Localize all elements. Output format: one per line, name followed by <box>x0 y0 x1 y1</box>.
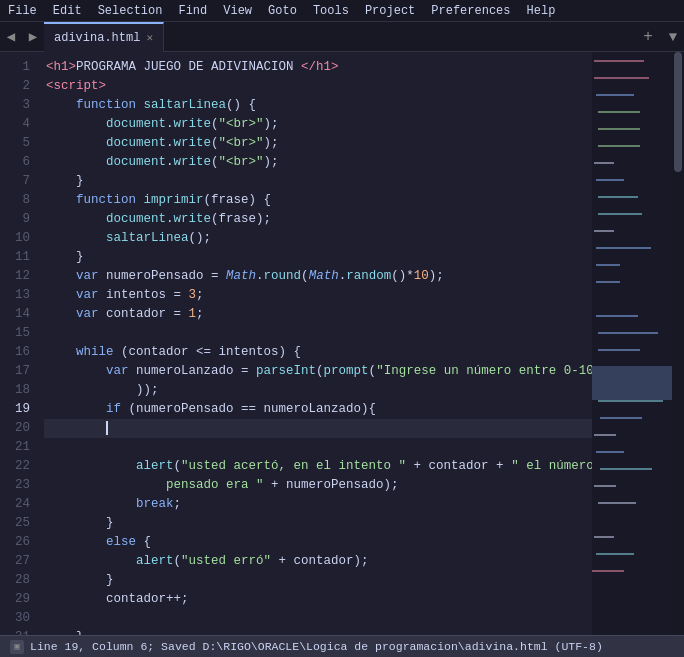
code-line-21: alert("usted acertó, en el intento " + c… <box>44 457 592 476</box>
code-line-29: } <box>44 628 592 635</box>
tab-close-button[interactable]: ✕ <box>146 31 153 44</box>
line-num-21: 21 <box>0 438 38 457</box>
code-line-5: document.write("<br>"); <box>44 134 592 153</box>
scrollbar-track[interactable] <box>672 52 684 635</box>
status-text: Line 19, Column 6; Saved D:\RIGO\ORACLE\… <box>30 640 603 653</box>
line-num-23: 23 <box>0 476 38 495</box>
line-num-5: 5 <box>0 134 38 153</box>
code-line-9: document.write(frase); <box>44 210 592 229</box>
code-line-7: } <box>44 172 592 191</box>
code-line-24: else { <box>44 533 592 552</box>
line-num-10: 10 <box>0 229 38 248</box>
line-num-1: 1 <box>0 58 38 77</box>
line-num-24: 24 <box>0 495 38 514</box>
line-numbers: 1 2 3 4 5 6 7 8 9 10 11 12 13 14 15 16 1… <box>0 52 38 635</box>
line-num-26: 26 <box>0 533 38 552</box>
line-num-19: 19 <box>0 400 38 419</box>
code-line-10: saltarLinea(); <box>44 229 592 248</box>
status-bar: ▣ Line 19, Column 6; Saved D:\RIGO\ORACL… <box>0 635 684 657</box>
code-line-20 <box>44 438 592 457</box>
code-line-17: var numeroLanzado = parseInt(prompt("Ing… <box>44 362 592 381</box>
menu-preferences[interactable]: Preferences <box>423 2 518 20</box>
code-line-18: if (numeroPensado == numeroLanzado){ <box>44 400 592 419</box>
line-num-6: 6 <box>0 153 38 172</box>
line-num-17: 17 <box>0 362 38 381</box>
code-line-16: while (contador <= intentos) { <box>44 343 592 362</box>
line-num-13: 13 <box>0 286 38 305</box>
line-num-7: 7 <box>0 172 38 191</box>
line-num-31: 31 <box>0 628 38 635</box>
line-num-9: 9 <box>0 210 38 229</box>
code-editor[interactable]: <h1>PROGRAMA JUEGO DE ADIVINACION </h1> … <box>38 52 592 635</box>
tab-bar: ◀ ▶ adivina.html ✕ + ▼ <box>0 22 684 52</box>
line-num-4: 4 <box>0 115 38 134</box>
code-line-11: } <box>44 248 592 267</box>
line-num-15: 15 <box>0 324 38 343</box>
minimap <box>592 52 672 635</box>
line-num-20: 20 <box>0 419 38 438</box>
menu-edit[interactable]: Edit <box>45 2 90 20</box>
code-line-23: } <box>44 514 592 533</box>
menu-view[interactable]: View <box>215 2 260 20</box>
tab-label: adivina.html <box>54 31 140 45</box>
tab-forward-button[interactable]: ▶ <box>22 22 44 52</box>
code-line-13: var intentos = 3; <box>44 286 592 305</box>
code-line-28 <box>44 609 592 628</box>
tab-back-button[interactable]: ◀ <box>0 22 22 52</box>
code-line-25: alert("usted erró" + contador); <box>44 552 592 571</box>
code-line-12: var numeroPensado = Math.round(Math.rand… <box>44 267 592 286</box>
code-line-26: } <box>44 571 592 590</box>
code-line-2: <script> <box>44 77 592 96</box>
code-line-21b: pensado era " + numeroPensado); <box>44 476 592 495</box>
tab-adivina-html[interactable]: adivina.html ✕ <box>44 22 164 52</box>
line-num-3: 3 <box>0 96 38 115</box>
main-area: 1 2 3 4 5 6 7 8 9 10 11 12 13 14 15 16 1… <box>0 52 684 635</box>
menu-bar: File Edit Selection Find View Goto Tools… <box>0 0 684 22</box>
line-num-28: 28 <box>0 571 38 590</box>
menu-help[interactable]: Help <box>519 2 564 20</box>
code-line-19 <box>44 419 592 438</box>
line-num-8: 8 <box>0 191 38 210</box>
menu-goto[interactable]: Goto <box>260 2 305 20</box>
line-num-25: 25 <box>0 514 38 533</box>
line-num-29: 29 <box>0 590 38 609</box>
menu-find[interactable]: Find <box>170 2 215 20</box>
menu-selection[interactable]: Selection <box>90 2 171 20</box>
code-line-3: function saltarLinea() { <box>44 96 592 115</box>
code-line-22: break; <box>44 495 592 514</box>
code-line-17b: )); <box>44 381 592 400</box>
code-line-1: <h1>PROGRAMA JUEGO DE ADIVINACION </h1> <box>44 58 592 77</box>
line-num-18: 18 <box>0 381 38 400</box>
code-line-15 <box>44 324 592 343</box>
menu-tools[interactable]: Tools <box>305 2 357 20</box>
code-line-6: document.write("<br>"); <box>44 153 592 172</box>
line-num-16: 16 <box>0 343 38 362</box>
code-line-27: contador++; <box>44 590 592 609</box>
status-icon: ▣ <box>10 640 24 654</box>
menu-project[interactable]: Project <box>357 2 423 20</box>
code-line-4: document.write("<br>"); <box>44 115 592 134</box>
line-num-27: 27 <box>0 552 38 571</box>
code-line-8: function imprimir(frase) { <box>44 191 592 210</box>
line-num-22: 22 <box>0 457 38 476</box>
menu-file[interactable]: File <box>0 2 45 20</box>
minimap-canvas <box>592 52 672 632</box>
code-line-14: var contador = 1; <box>44 305 592 324</box>
tab-more-button[interactable]: ▼ <box>662 22 684 52</box>
line-num-2: 2 <box>0 77 38 96</box>
line-num-14: 14 <box>0 305 38 324</box>
line-num-12: 12 <box>0 267 38 286</box>
scrollbar-thumb[interactable] <box>674 52 682 172</box>
line-num-30: 30 <box>0 609 38 628</box>
new-tab-button[interactable]: + <box>634 22 662 52</box>
line-num-11: 11 <box>0 248 38 267</box>
